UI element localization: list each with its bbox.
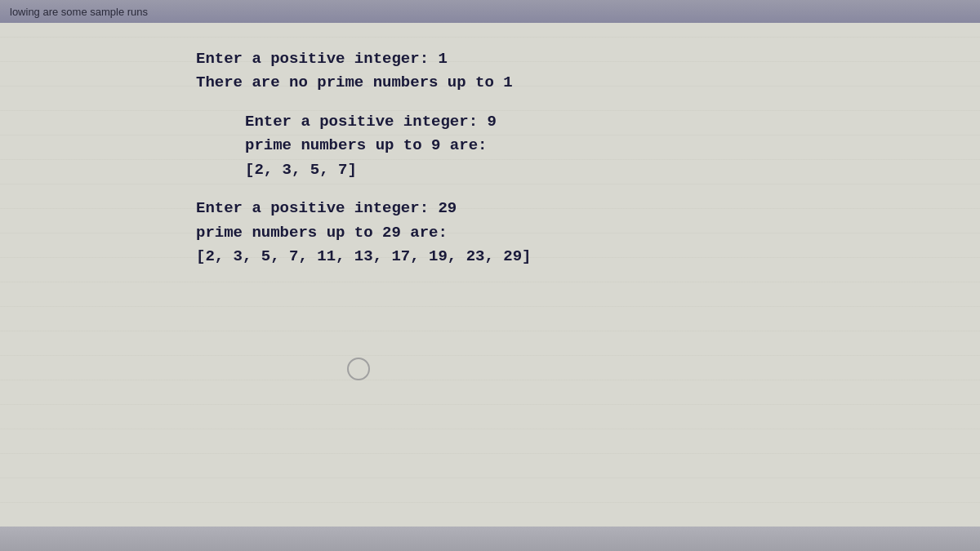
run-block-1: Enter a positive integer: 1 There are no… [196, 47, 980, 96]
decorative-circle [347, 358, 370, 380]
run1-line2: There are no prime numbers up to 1 [196, 71, 980, 95]
run-block-3: Enter a positive integer: 29 prime numbe… [196, 197, 980, 269]
run3-line2: prime numbers up to 29 are: [196, 221, 980, 245]
run-block-2: Enter a positive integer: 9 prime number… [196, 110, 980, 182]
content-wrapper: Enter a positive integer: 1 There are no… [196, 47, 980, 502]
run2-line3: [2, 3, 5, 7] [245, 158, 980, 182]
top-bar: lowing are some sample runs [0, 0, 980, 23]
main-content: Enter a positive integer: 1 There are no… [0, 23, 980, 527]
run2-line2: prime numbers up to 9 are: [245, 134, 980, 158]
run3-line3: [2, 3, 5, 7, 11, 13, 17, 19, 23, 29] [196, 245, 980, 269]
bottom-bar [0, 527, 980, 551]
run1-line1: Enter a positive integer: 1 [196, 47, 980, 71]
run3-line1: Enter a positive integer: 29 [196, 197, 980, 220]
top-bar-text: lowing are some sample runs [10, 6, 148, 18]
run2-line1: Enter a positive integer: 9 [245, 110, 980, 134]
